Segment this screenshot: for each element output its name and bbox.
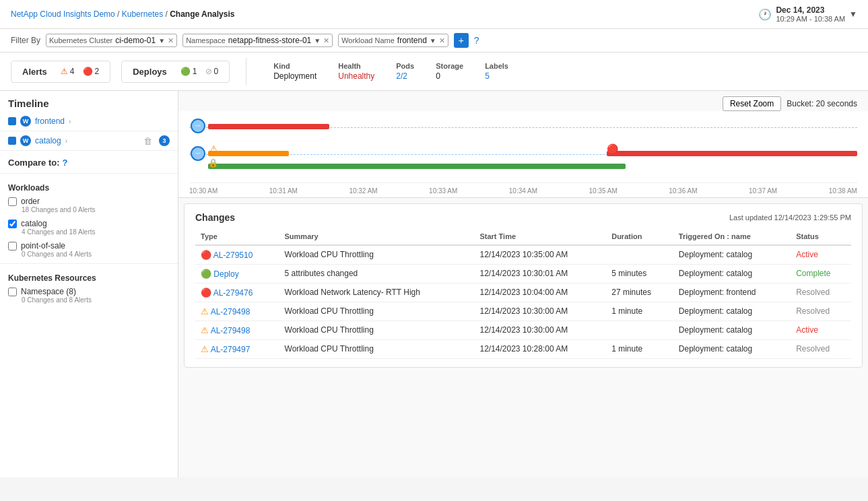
catalog-green-bar: [208, 164, 626, 169]
changes-section: Changes Last updated 12/14/2023 1:29:55 …: [184, 203, 863, 368]
namespace-close[interactable]: ✕: [323, 36, 329, 45]
catalog-bubble: ···: [191, 146, 205, 161]
catalog-red-bar: [607, 151, 857, 156]
col-start-time: Start Time: [474, 228, 606, 245]
axis-1034: 10:34 AM: [509, 187, 537, 195]
cell-duration-4: [606, 321, 673, 340]
workload-order-checkbox[interactable]: [8, 197, 17, 206]
cluster-close[interactable]: ✕: [168, 36, 174, 45]
alerts-err-badge: 🔴 2: [83, 67, 100, 76]
workload-dropdown[interactable]: ▼: [430, 37, 436, 44]
workload-pos: point-of-sale 0 Changes and 4 Alerts: [8, 241, 170, 258]
table-row: ⚠ AL-279497 Workload CPU Throttling 12/1…: [195, 340, 851, 359]
header-dropdown-icon[interactable]: ▼: [849, 9, 857, 19]
sidebar-item-catalog: W catalog › 🗑 3: [0, 131, 178, 151]
alert-link-4[interactable]: AL-279498: [211, 326, 251, 335]
namespace-value: netapp-fitness-store-01: [228, 36, 311, 45]
health-label: Health: [338, 62, 374, 70]
pods-value[interactable]: 2/2: [396, 71, 414, 81]
compare-help-icon[interactable]: ?: [63, 158, 68, 168]
cell-duration-0: [606, 245, 673, 265]
cluster-dropdown[interactable]: ▼: [158, 37, 165, 44]
workload-order-name: order: [21, 197, 40, 206]
k8s-divider: [0, 263, 178, 264]
frontend-w-badge: W: [20, 116, 31, 127]
breadcrumb-home[interactable]: NetApp Cloud Insights Demo: [11, 9, 115, 19]
meta-fields: Kind Deployment Health Unhealthy Pods 2/…: [273, 62, 508, 81]
cell-summary-1: 5 attributes changed: [279, 265, 475, 283]
timeline-chart-area: ··· ··· ⚠ 🔴 🔒: [178, 111, 868, 198]
compare-section: Compare to: ?: [0, 151, 178, 168]
alerts-label: Alerts: [22, 67, 47, 77]
workload-catalog-checkbox[interactable]: [8, 220, 17, 228]
catalog-w-badge: W: [20, 135, 31, 146]
cell-status-1: Complete: [791, 265, 851, 283]
bucket-label: Bucket: 20 seconds: [787, 99, 857, 108]
cell-summary-5: Workload CPU Throttling: [279, 340, 475, 359]
frontend-color-box: [8, 117, 16, 125]
cell-summary-4: Workload CPU Throttling: [279, 321, 475, 340]
changes-title: Changes: [195, 212, 235, 223]
catalog-num-badge: 3: [159, 135, 170, 146]
workload-filter-chip: Workload Name frontend ▼ ✕: [338, 34, 448, 47]
type-warn-icon: ⚠: [201, 325, 209, 335]
namespace-filter-chip: Namespace netapp-fitness-store-01 ▼ ✕: [182, 34, 333, 47]
table-row: 🔴 AL-279510 Workload CPU Throttling 12/1…: [195, 245, 851, 265]
changes-table-body: 🔴 AL-279510 Workload CPU Throttling 12/1…: [195, 245, 851, 359]
labels-value[interactable]: 5: [485, 71, 508, 81]
health-field: Health Unhealthy: [338, 62, 374, 81]
breadcrumb-k8s[interactable]: Kubernetes: [122, 9, 163, 19]
cell-status-2: Resolved: [791, 283, 851, 302]
resource-namespace-checkbox[interactable]: [8, 288, 17, 296]
filter-help-button[interactable]: ?: [474, 35, 479, 46]
alert-link-3[interactable]: AL-279498: [211, 307, 251, 316]
k8s-resources-list: Namespace (8) 0 Changes and 8 Alerts: [0, 287, 178, 304]
cell-status-5: Resolved: [791, 340, 851, 359]
cell-status-3: Resolved: [791, 302, 851, 321]
type-err-icon: 🔴: [201, 250, 211, 260]
workload-close[interactable]: ✕: [439, 36, 445, 45]
catalog-chart-row: ··· ⚠ 🔴 🔒: [189, 149, 857, 178]
cell-status-4: Active: [791, 321, 851, 340]
cell-duration-2: 27 minutes: [606, 283, 673, 302]
alert-link-1[interactable]: Deploy: [213, 269, 238, 279]
alert-link-2[interactable]: AL-279476: [213, 288, 253, 298]
cluster-filter-chip: Kubernetes Cluster ci-demo-01 ▼ ✕: [46, 34, 177, 47]
catalog-link[interactable]: catalog: [35, 136, 61, 145]
workloads-divider: [0, 173, 178, 174]
type-err-icon: 🔴: [201, 288, 211, 298]
workload-order-label[interactable]: order: [8, 197, 170, 206]
frontend-link[interactable]: frontend: [35, 116, 65, 126]
cell-start-2: 12/14/2023 10:04:00 AM: [474, 283, 606, 302]
storage-label: Storage: [436, 62, 463, 70]
storage-value: 0: [436, 71, 463, 81]
kind-value: Deployment: [273, 71, 316, 81]
last-updated: Last updated 12/14/2023 1:29:55 PM: [729, 213, 851, 222]
workload-pos-checkbox[interactable]: [8, 242, 17, 250]
frontend-bubble: ···: [191, 119, 205, 133]
kind-field: Kind Deployment: [273, 62, 316, 81]
namespace-dropdown[interactable]: ▼: [314, 37, 321, 44]
deploys-grey-count: 0: [214, 67, 219, 76]
col-duration: Duration: [606, 228, 673, 245]
kind-label: Kind: [273, 62, 316, 70]
cell-summary-0: Workload CPU Throttling: [279, 245, 475, 265]
content-area: Reset Zoom Bucket: 20 seconds ··· ···: [178, 91, 868, 477]
add-filter-button[interactable]: +: [454, 33, 469, 48]
cell-start-3: 12/14/2023 10:30:00 AM: [474, 302, 606, 321]
sidebar: Timeline W frontend › W catalog › 🗑 3 Co…: [0, 91, 178, 477]
catalog-trash-icon[interactable]: 🗑: [143, 136, 152, 146]
catalog-warn-icon: ⚠: [209, 143, 218, 154]
alert-link-5[interactable]: AL-279497: [211, 345, 251, 354]
reset-zoom-button[interactable]: Reset Zoom: [723, 96, 781, 111]
workload-catalog-label[interactable]: catalog: [8, 219, 170, 228]
labels-field: Labels 5: [485, 62, 508, 81]
resource-namespace-label[interactable]: Namespace (8): [8, 287, 170, 296]
alerts-err-count: 2: [95, 67, 100, 76]
workload-pos-label[interactable]: point-of-sale: [8, 241, 170, 250]
namespace-label: Namespace: [186, 36, 226, 44]
workload-pos-sub: 0 Changes and 4 Alerts: [22, 250, 170, 258]
deploys-ok-count: 1: [193, 67, 197, 76]
alert-link-0[interactable]: AL-279510: [213, 250, 253, 260]
axis-1032: 10:32 AM: [349, 187, 377, 195]
